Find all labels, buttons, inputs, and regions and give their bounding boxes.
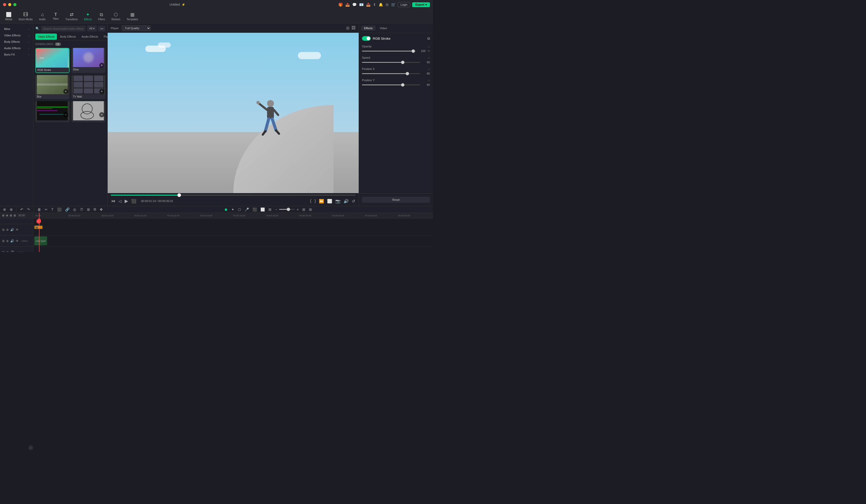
toolbar-effects[interactable]: ✦ Effects — [81, 11, 95, 22]
track-audio1-icon2[interactable]: ⊕ — [6, 251, 9, 252]
image-icon[interactable]: 🖼 — [352, 26, 356, 31]
track-video1-eye[interactable]: 👁 — [16, 239, 19, 243]
track-video2-eye[interactable]: 👁 — [16, 228, 19, 231]
effect-add-button-sketch[interactable]: + — [99, 112, 104, 117]
mic-button[interactable]: 🎤 — [244, 206, 250, 213]
sidebar-item-audio-effects[interactable]: Audio Effects › — [1, 45, 32, 51]
skip-back-button[interactable]: ⏮ — [111, 198, 116, 204]
toolbar-media[interactable]: ⬜ Media — [2, 11, 15, 22]
track-icon-1[interactable]: ⊞ — [2, 214, 4, 217]
cut-button[interactable]: ✂ — [44, 206, 49, 213]
effect-add-button-blur[interactable]: + — [63, 89, 68, 94]
track-video1-icon1[interactable]: ⊞ — [2, 239, 4, 243]
cart-icon[interactable]: 🛒 — [391, 2, 396, 7]
upload-icon[interactable]: ⬆ — [373, 2, 376, 7]
zoom-thumb[interactable] — [287, 208, 290, 211]
mail-icon[interactable]: 📧 — [359, 2, 364, 7]
subtitle-button[interactable]: ⊞ — [267, 206, 273, 213]
frame-back-button[interactable]: ◁ — [118, 198, 122, 204]
add-track-button[interactable]: ⊕ — [2, 206, 7, 213]
magnet-button[interactable]: ⊕ — [9, 206, 14, 213]
more-button[interactable]: ↺ — [351, 198, 356, 204]
record-button[interactable]: ⏺ — [223, 206, 229, 213]
track-video1-icon3[interactable]: 🔊 — [10, 239, 14, 243]
position-x-slider[interactable] — [362, 73, 420, 74]
timer-button[interactable]: ⏱ — [79, 206, 84, 213]
inbox-icon[interactable]: 📥 — [366, 2, 370, 7]
progress-bar[interactable] — [111, 195, 356, 196]
speed-button[interactable]: ⏩ — [319, 198, 324, 204]
effect-card-glow[interactable]: Glow + — [71, 48, 106, 73]
extract-button[interactable]: ⬛ — [252, 206, 258, 213]
redo-button[interactable]: ↷ — [26, 206, 31, 213]
opacity-reset-icon[interactable]: ◇ — [428, 45, 430, 48]
tab-video-effects[interactable]: Video Effects — [35, 34, 57, 40]
toolbar-titles[interactable]: T Titles — [49, 11, 62, 21]
tab-video[interactable]: Video — [377, 26, 390, 31]
toolbar-stock-media[interactable]: 🎞 Stock Media — [16, 11, 35, 22]
tab-body-effects[interactable]: Body Effects — [57, 34, 78, 40]
sidebar-item-mine[interactable]: Mine › — [1, 26, 32, 32]
toolbar-templates[interactable]: ▦ Templates — [124, 11, 141, 22]
zoom-slider[interactable] — [279, 209, 295, 210]
zoom-in-button[interactable]: + — [296, 206, 300, 213]
speed-slider[interactable] — [362, 62, 420, 63]
play-button[interactable]: ▶ — [124, 198, 129, 204]
track-icon-4[interactable]: ⊞ — [14, 214, 16, 217]
track-audio1-icon3[interactable]: 🔊 — [10, 251, 14, 252]
snapshot-button[interactable]: 📷 — [335, 198, 341, 204]
link-button[interactable]: 🔗 — [64, 206, 70, 213]
sidebar-item-boris-fx[interactable]: Boris FX › — [1, 51, 32, 58]
login-button[interactable]: Login — [398, 2, 410, 7]
position-y-slider[interactable] — [362, 84, 420, 85]
effect-card-tv-wall[interactable]: TV Wall + — [71, 75, 106, 99]
export-button[interactable]: Export ▾ — [412, 2, 430, 7]
track-video2-icon2[interactable]: ⊕ — [6, 228, 9, 231]
track-icon-2[interactable]: ⊕ — [6, 214, 8, 217]
grid-icon[interactable]: ⊞ — [386, 2, 389, 7]
effects-center-button[interactable]: ✦ — [230, 206, 235, 213]
toolbar-audio[interactable]: ♫ Audio — [36, 11, 48, 22]
tab-audio-effects[interactable]: Audio Effects — [79, 34, 101, 40]
position-y-thumb[interactable] — [401, 83, 404, 87]
text-button[interactable]: T — [50, 206, 55, 213]
fullscreen-button[interactable]: ⬜ — [326, 198, 333, 204]
effect-card-sketch[interactable]: + — [71, 101, 106, 123]
opacity-slider[interactable] — [362, 51, 416, 51]
sidebar-item-video-effects[interactable]: Video Effects › — [1, 32, 32, 38]
toolbar-stickers[interactable]: ⬡ Stickers — [109, 11, 123, 22]
effect-card-glitch[interactable]: - — [35, 101, 69, 123]
video1-clip[interactable]: user guide — [34, 236, 47, 245]
sidebar-item-body-effects[interactable]: Body Effects › — [1, 39, 32, 45]
opacity-thumb[interactable] — [411, 49, 415, 53]
shield-button[interactable]: ⬡ — [237, 206, 242, 213]
crop-button[interactable]: ⬛ — [56, 206, 63, 213]
grid-view-icon[interactable]: ⊞ — [346, 26, 349, 31]
in-point-button[interactable]: { — [309, 198, 312, 204]
progress-thumb[interactable] — [177, 193, 181, 197]
effect-card-blur[interactable]: Blur + — [35, 75, 69, 99]
effect-add-button-glitch[interactable]: - — [63, 112, 68, 117]
reset-button[interactable]: Reset — [362, 197, 430, 203]
zoom-out-button[interactable]: − — [274, 206, 278, 213]
effect-chip[interactable]: 🎬 R... — [34, 226, 43, 229]
speed-reset-icon[interactable]: ◇ — [428, 56, 430, 59]
track-video2-icon3[interactable]: 🔊 — [10, 228, 14, 231]
speed-thumb[interactable] — [401, 61, 404, 64]
effect-add-button-glow[interactable]: + — [99, 63, 104, 68]
copy-button[interactable]: ⧉ — [92, 206, 97, 213]
tab-effects[interactable]: Effects — [361, 26, 376, 31]
scissors-button[interactable]: ✂ — [36, 219, 41, 224]
undo-button[interactable]: ↶ — [19, 206, 24, 213]
track-audio1-icon1[interactable]: ⊞ — [2, 251, 4, 252]
toolbar-filters[interactable]: ⧉ Filters — [96, 11, 108, 22]
expand-button[interactable]: ⊞ — [308, 206, 313, 213]
bell-icon[interactable]: 🔔 — [379, 2, 383, 7]
quality-select[interactable]: Full Quality Half Quality Quarter Qualit… — [122, 25, 151, 31]
maximize-button[interactable] — [13, 3, 16, 6]
pip-button[interactable]: ⬜ — [259, 206, 266, 213]
effect-add-button-tv-wall[interactable]: + — [99, 89, 104, 94]
filter-all-button[interactable]: All ▾ — [87, 26, 97, 32]
position-x-reset-icon[interactable]: ◇ — [428, 68, 430, 70]
close-button[interactable] — [3, 3, 6, 6]
